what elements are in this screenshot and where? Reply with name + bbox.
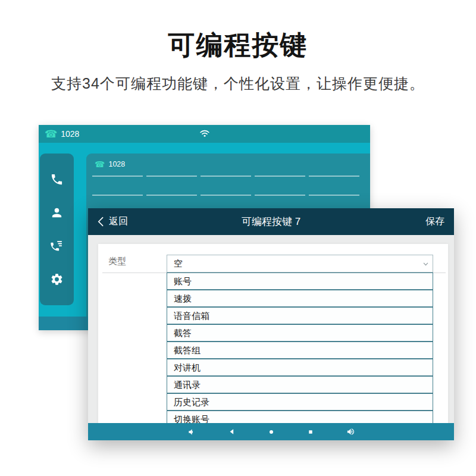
option-voicemail[interactable]: 语音信箱	[167, 307, 433, 324]
back-button[interactable]: 返回	[98, 215, 128, 228]
page-subtitle: 支持34个可编程功能键，个性化设置，让操作更便捷。	[0, 74, 476, 93]
call-history-icon	[50, 239, 64, 253]
key-slot-line	[309, 195, 359, 196]
settings-body: 类型 空 账号 速拨 语音信箱 截答 截答组 对讲机 通讯录 历史记录 切	[88, 235, 454, 423]
sidebar-item-call-history[interactable]	[40, 239, 74, 253]
save-button[interactable]: 保存	[425, 215, 444, 228]
option-account[interactable]: 账号	[167, 273, 433, 290]
settings-header: 返回 可编程按键 7 保存	[88, 208, 454, 235]
type-select-value: 空	[167, 255, 433, 272]
option-speed-dial[interactable]: 速拨	[167, 290, 433, 307]
dss-account-header: ☎ 1028	[86, 154, 370, 168]
home-account-number: 1028	[108, 160, 125, 168]
android-navbar	[88, 423, 454, 440]
home-circle-icon	[268, 428, 275, 436]
chevron-down-icon	[423, 262, 428, 266]
option-contacts[interactable]: 通讯录	[167, 376, 433, 393]
wifi-icon	[199, 129, 210, 137]
option-history[interactable]: 历史记录	[167, 393, 433, 411]
phone-icon: ☎	[95, 160, 105, 168]
option-switch-account[interactable]: 切换账号	[167, 411, 433, 423]
back-button-label: 返回	[109, 215, 128, 228]
type-select[interactable]: 空	[167, 255, 433, 273]
volume-up-icon	[346, 427, 355, 436]
page-title: 可编程按键	[0, 27, 476, 63]
volume-up-button[interactable]	[346, 427, 355, 436]
key-slot-line	[146, 195, 197, 196]
sidebar-item-contacts[interactable]	[40, 206, 74, 220]
key-slot-line	[201, 176, 251, 177]
key-slot-line	[255, 195, 305, 196]
key-slot-row	[92, 195, 359, 196]
key-slot-line	[255, 176, 305, 177]
option-pickup-group[interactable]: 截答组	[167, 342, 433, 359]
nav-recents-button[interactable]	[307, 428, 314, 436]
type-options-list: 账号 速拨 语音信箱 截答 截答组 对讲机 通讯录 历史记录 切换账号	[167, 273, 433, 423]
contact-icon	[50, 206, 64, 220]
status-account-number: 1028	[61, 129, 79, 139]
sidebar-item-settings[interactable]	[40, 273, 74, 286]
key-slot-line	[309, 176, 359, 177]
phone-sidebar	[40, 154, 74, 305]
key-slot-line	[92, 195, 143, 196]
volume-down-icon	[187, 428, 196, 436]
programmable-key-screen: 返回 可编程按键 7 保存 类型 空 账号 速拨 语音信箱 截答	[88, 208, 454, 440]
recents-square-icon	[307, 428, 314, 436]
key-slot-line	[146, 176, 197, 177]
key-slot-line	[92, 176, 143, 177]
nav-back-button[interactable]	[228, 428, 236, 436]
back-triangle-icon	[228, 428, 236, 436]
option-pickup[interactable]: 截答	[167, 324, 433, 342]
volume-down-button[interactable]	[187, 428, 196, 436]
key-slot-line	[201, 195, 251, 196]
nav-home-button[interactable]	[268, 428, 275, 436]
status-bar: ☎ 1028	[39, 125, 370, 143]
chevron-left-icon	[98, 217, 104, 227]
phone-icon: ☎	[45, 129, 57, 139]
sidebar-item-dialer[interactable]	[40, 173, 74, 186]
gear-icon	[50, 273, 64, 286]
screen-title: 可编程按键 7	[88, 215, 454, 228]
key-slot-row	[92, 176, 359, 177]
page: 可编程按键 支持34个可编程功能键，个性化设置，让操作更便捷。 ☎ 1028	[0, 0, 476, 476]
type-label: 类型	[108, 256, 126, 267]
option-intercom[interactable]: 对讲机	[167, 359, 433, 376]
handset-icon	[50, 173, 64, 186]
